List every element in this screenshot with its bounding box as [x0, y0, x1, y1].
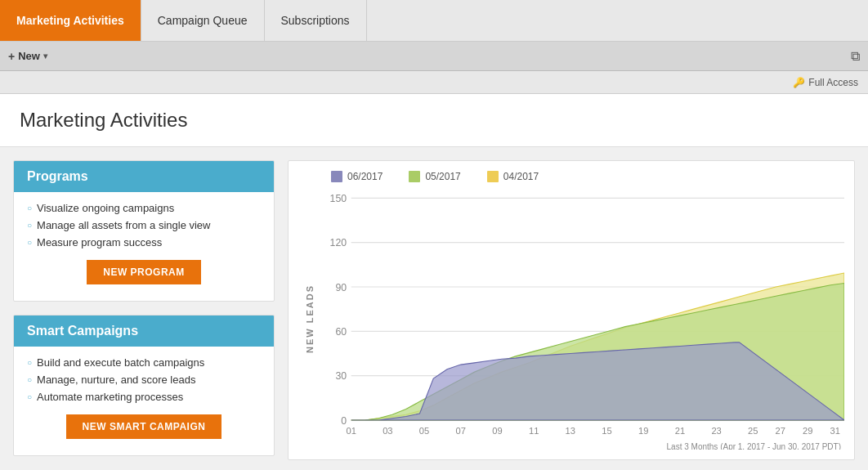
- svg-text:31: 31: [830, 426, 840, 436]
- tab-subscriptions[interactable]: Subscriptions: [265, 0, 367, 41]
- chart-panel: 06/2017 05/2017 04/2017 NEW LEADS: [288, 160, 855, 460]
- legend-color-april: [487, 171, 499, 182]
- top-nav: Marketing Activities Campaign Queue Subs…: [0, 0, 868, 42]
- access-indicator: 🔑 Full Access: [793, 77, 858, 88]
- legend-label-april: 04/2017: [503, 171, 539, 182]
- svg-text:13: 13: [566, 426, 575, 436]
- y-axis-label: NEW LEADS: [298, 189, 315, 450]
- tab-marketing-activities[interactable]: Marketing Activities: [0, 0, 141, 41]
- chart-inner: 0 30 60 90 120 150: [315, 189, 844, 450]
- smart-campaigns-card-body: Build and execute batch campaigns Manage…: [14, 347, 274, 455]
- svg-text:09: 09: [492, 426, 502, 436]
- key-icon: 🔑: [793, 77, 805, 88]
- access-label: Full Access: [808, 77, 858, 88]
- main-content: Programs Visualize ongoing campaigns Man…: [0, 147, 868, 470]
- chart-svg-container: 0 30 60 90 120 150: [315, 189, 844, 439]
- plus-icon: +: [8, 50, 15, 63]
- programs-card-body: Visualize ongoing campaigns Manage all a…: [14, 192, 274, 301]
- new-button[interactable]: + New ▾: [8, 50, 47, 63]
- svg-text:01: 01: [346, 426, 356, 436]
- svg-text:29: 29: [803, 426, 812, 436]
- svg-text:21: 21: [675, 426, 685, 436]
- legend-item-june: 06/2017: [331, 171, 383, 182]
- programs-card: Programs Visualize ongoing campaigns Man…: [13, 160, 275, 302]
- svg-text:25: 25: [748, 426, 758, 436]
- programs-card-header: Programs: [14, 161, 274, 192]
- smart-campaigns-feature-list: Build and execute batch campaigns Manage…: [27, 356, 261, 403]
- smart-campaigns-card-header: Smart Campaigns: [14, 316, 274, 347]
- toolbar-left: + New ▾: [8, 50, 47, 63]
- svg-text:150: 150: [330, 193, 347, 204]
- svg-text:30: 30: [335, 370, 347, 382]
- chart-area: NEW LEADS 0: [298, 189, 844, 450]
- svg-text:60: 60: [335, 326, 347, 338]
- list-item: Visualize ongoing campaigns: [27, 202, 261, 214]
- svg-text:19: 19: [638, 426, 648, 436]
- list-item: Automate marketing processes: [27, 391, 261, 403]
- chart-footer: Last 3 Months (Apr 1, 2017 - Jun 30, 201…: [315, 442, 844, 450]
- list-item: Measure program success: [27, 236, 261, 248]
- page-title: Marketing Activities: [20, 109, 848, 132]
- legend-label-may: 05/2017: [425, 171, 460, 182]
- list-item: Manage, nurture, and score leads: [27, 374, 261, 386]
- chart-svg: 0 30 60 90 120 150: [315, 189, 844, 439]
- list-item: Manage all assets from a single view: [27, 219, 261, 231]
- chart-footer-line1: Last 3 Months (Apr 1, 2017 - Jun 30, 201…: [315, 442, 841, 450]
- svg-text:0: 0: [341, 414, 347, 426]
- svg-text:15: 15: [602, 426, 611, 436]
- access-bar: 🔑 Full Access: [0, 71, 868, 94]
- dropdown-arrow-icon: ▾: [43, 51, 47, 60]
- new-label: New: [18, 50, 40, 62]
- legend-item-may: 05/2017: [409, 171, 460, 182]
- window-icon[interactable]: ⧉: [851, 49, 860, 64]
- svg-text:07: 07: [456, 426, 466, 436]
- svg-text:05: 05: [419, 426, 429, 436]
- svg-text:90: 90: [335, 281, 347, 293]
- legend-color-may: [409, 171, 420, 182]
- list-item: Build and execute batch campaigns: [27, 356, 261, 369]
- programs-card-action: NEW PROGRAM: [27, 253, 261, 288]
- svg-text:23: 23: [711, 426, 721, 436]
- tab-campaign-queue[interactable]: Campaign Queue: [141, 0, 265, 41]
- new-program-button[interactable]: NEW PROGRAM: [87, 260, 201, 284]
- svg-text:03: 03: [383, 426, 392, 436]
- svg-text:27: 27: [776, 426, 785, 436]
- svg-text:120: 120: [330, 237, 347, 248]
- left-panel: Programs Visualize ongoing campaigns Man…: [0, 147, 288, 470]
- legend-item-april: 04/2017: [487, 171, 539, 182]
- programs-feature-list: Visualize ongoing campaigns Manage all a…: [27, 202, 261, 248]
- legend-color-june: [331, 171, 342, 182]
- toolbar: + New ▾ ⧉: [0, 42, 868, 71]
- svg-text:11: 11: [529, 426, 539, 436]
- legend-label-june: 06/2017: [347, 171, 383, 182]
- new-smart-campaign-button[interactable]: NEW SMART CAMPAIGN: [66, 414, 222, 439]
- page-header: Marketing Activities: [0, 94, 868, 147]
- smart-campaigns-card-action: NEW SMART CAMPAIGN: [27, 408, 261, 442]
- smart-campaigns-card: Smart Campaigns Build and execute batch …: [13, 315, 275, 456]
- chart-legend: 06/2017 05/2017 04/2017: [298, 171, 844, 182]
